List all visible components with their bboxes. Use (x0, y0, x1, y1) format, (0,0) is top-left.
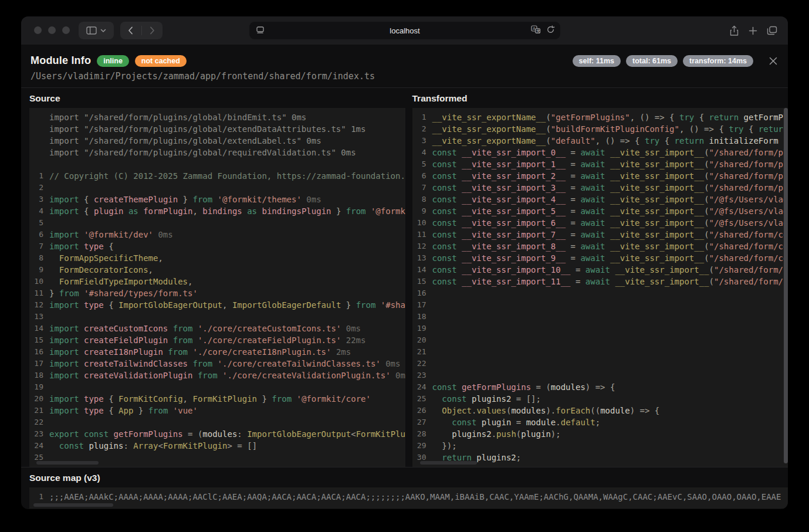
code-line: 4const __vite_ssr_import_0__ = await __v… (412, 147, 788, 158)
code-line: 11const __vite_ssr_import_7__ = await __… (412, 229, 788, 240)
code-line: 28 plugins2.push(plugin); (412, 428, 788, 440)
translate-icon[interactable]: A文 (531, 25, 541, 34)
code-line: 20import type { FormKitConfig, FormKitPl… (29, 393, 405, 405)
tab-overview-icon[interactable] (767, 26, 777, 35)
chevron-down-icon (100, 29, 106, 33)
sourcemap-horizontal-scrollbar[interactable] (33, 503, 113, 507)
self-time-badge: self: 11ms (573, 55, 621, 67)
nav-buttons (120, 22, 163, 39)
code-line: 13 (29, 311, 405, 323)
code-line: 18import createValidationPlugin from './… (29, 370, 405, 381)
code-line: import "/shared/form/plugins/global/requ… (29, 147, 405, 158)
code-line: 1__vite_ssr_exportName__("getFormPlugins… (412, 111, 788, 123)
code-line: 5const __vite_ssr_import_1__ = await __v… (412, 158, 788, 170)
sourcemap-title: Source map (v3) (29, 467, 788, 487)
code-line (29, 158, 405, 170)
code-line: 14import createCustomIcons from './core/… (29, 323, 405, 334)
code-line: 6const __vite_ssr_import_2__ = await __v… (412, 170, 788, 182)
code-line: 21import type { App } from 'vue' (29, 405, 405, 416)
code-line: 24 const plugins: Array<FormKitPlugin> =… (29, 440, 405, 452)
code-line: 10const __vite_ssr_import_6__ = await __… (412, 217, 788, 229)
code-line: 23export const getFormPlugins = (modules… (29, 428, 405, 440)
address-bar[interactable]: localhost A文 (249, 22, 560, 39)
code-line: 15const __vite_ssr_import_11__ = await _… (412, 276, 788, 287)
code-line: 14const __vite_ssr_import_10__ = await _… (412, 264, 788, 276)
code-line: 24const getFormPlugins = (modules) => { (412, 381, 788, 393)
code-line: 13const __vite_ssr_import_9__ = await __… (412, 252, 788, 264)
zoom-window-button[interactable] (62, 26, 70, 34)
code-line: 11} from '#shared/types/form.ts' (29, 287, 405, 299)
window-controls (34, 26, 70, 34)
close-icon (769, 56, 778, 66)
code-line: 10 FormFieldTypeImportModules, (29, 276, 405, 287)
code-line: 2__vite_ssr_exportName__("buildFormKitPl… (412, 123, 788, 135)
code-line: 23 (412, 370, 788, 381)
inline-badge: inline (97, 55, 129, 67)
source-horizontal-scrollbar[interactable] (36, 461, 99, 465)
page-title: Module Info (31, 55, 91, 67)
source-panel-title: Source (29, 88, 405, 108)
code-line: 3import { createThemePlugin } from '@for… (29, 194, 405, 205)
code-line: 18 (412, 311, 788, 323)
code-line: import "/shared/form/plugins/global/exte… (29, 123, 405, 135)
transformed-panel: Transformed 1__vite_ssr_exportName__("ge… (412, 88, 788, 467)
transformed-panel-title: Transformed (412, 88, 788, 108)
code-line: 8const __vite_ssr_import_4__ = await __v… (412, 194, 788, 205)
module-info-header: Module Info inline not cached self: 11ms… (21, 45, 788, 87)
new-tab-icon[interactable] (749, 26, 757, 35)
transform-time-badge: transform: 14ms (683, 55, 753, 67)
code-line: 29 }); (412, 440, 788, 452)
code-line: 15import createFieldPlugin from './core/… (29, 334, 405, 346)
module-file-path: /Users/vladimir/Projects/zammad/app/fron… (31, 71, 778, 82)
code-line: import "/shared/form/plugins/global/exte… (29, 135, 405, 147)
svg-text:文: 文 (536, 29, 540, 33)
close-window-button[interactable] (34, 26, 42, 34)
code-line: 16 (412, 287, 788, 299)
share-icon[interactable] (729, 25, 739, 36)
transformed-code-area[interactable]: 1__vite_ssr_exportName__("getFormPlugins… (412, 108, 788, 467)
code-line: 17 (412, 299, 788, 311)
close-button[interactable] (769, 56, 778, 66)
sourcemap-code-area[interactable]: 1;;;AAEA;AAAkC;AAAA;AAAA;AAAA;AAClC;AAEA… (29, 487, 788, 509)
url-text: localhost (249, 26, 560, 35)
code-line: import "/shared/form/plugins/global/bind… (29, 111, 405, 123)
forward-button[interactable] (141, 22, 163, 39)
transformed-horizontal-scrollbar[interactable] (420, 461, 477, 465)
chevron-right-icon (150, 26, 155, 35)
code-line: 22 (412, 358, 788, 370)
code-line: 22 (29, 416, 405, 428)
code-line: 1;;;AAEA;AAAkC;AAAA;AAAA;AAAA;AAClC;AAEA… (29, 491, 788, 503)
code-line: 2 (29, 182, 405, 194)
not-cached-badge: not cached (135, 55, 187, 67)
transformed-vertical-scrollbar[interactable] (784, 108, 788, 463)
back-button[interactable] (120, 22, 141, 39)
code-line: 3__vite_ssr_exportName__("default", () =… (412, 135, 788, 147)
code-line: 6import '@formkit/dev' 0ms (29, 229, 405, 240)
code-line: 12const __vite_ssr_import_8__ = await __… (412, 240, 788, 252)
code-panels: Source import "/shared/form/plugins/glob… (21, 87, 788, 467)
code-line: 1// Copyright (C) 2012-2025 Zammad Found… (29, 170, 405, 182)
code-line: 20 (412, 334, 788, 346)
code-line: 26 Object.values(modules).forEach((modul… (412, 405, 788, 416)
code-line: 12import type { ImportGlobEagerOutput, I… (29, 299, 405, 311)
code-line: 19 (412, 323, 788, 334)
code-line: 9 FormDecoratorIcons, (29, 264, 405, 276)
code-line: 7import type { (29, 240, 405, 252)
code-line: 7const __vite_ssr_import_3__ = await __v… (412, 182, 788, 194)
code-line: 9const __vite_ssr_import_5__ = await __v… (412, 205, 788, 217)
code-line: 21 (412, 346, 788, 358)
sourcemap-section: Source map (v3) 1;;;AAEA;AAAkC;AAAA;AAAA… (21, 467, 788, 509)
minimize-window-button[interactable] (48, 26, 56, 34)
code-line: 17import createTailwindClasses from './c… (29, 358, 405, 370)
timing-badges: self: 11ms total: 61ms transform: 14ms (573, 55, 753, 67)
chevron-left-icon (128, 26, 133, 35)
source-code-area[interactable]: import "/shared/form/plugins/global/bind… (29, 108, 405, 467)
code-line: 25 const plugins2 = []; (412, 393, 788, 405)
code-line: 8 FormAppSpecificTheme, (29, 252, 405, 264)
browser-window: localhost A文 Module Inf (21, 16, 788, 509)
sidebar-icon (86, 26, 97, 35)
reload-icon[interactable] (546, 25, 555, 34)
code-line: 16import createI18nPlugin from './core/c… (29, 346, 405, 358)
sidebar-toggle-button[interactable] (79, 22, 114, 39)
code-line: 5 (29, 217, 405, 229)
